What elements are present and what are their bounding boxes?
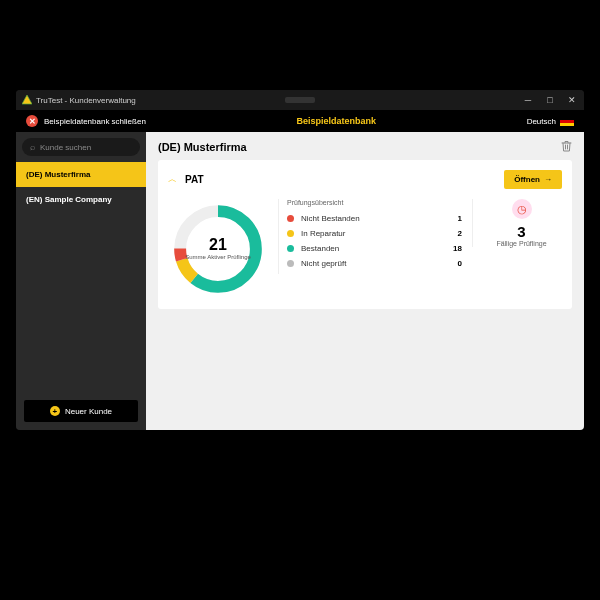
donut-total: 21 xyxy=(209,236,227,254)
page-title: (DE) Musterfirma xyxy=(158,141,247,153)
stat-label: In Reparatur xyxy=(301,229,448,238)
stat-value: 18 xyxy=(448,244,462,253)
main-content: (DE) Musterfirma ︿ PAT Öffnen → xyxy=(146,132,584,430)
stat-row-passed: Bestanden 18 xyxy=(287,244,462,253)
open-button-label: Öffnen xyxy=(514,175,540,184)
sidebar-item-musterfirma[interactable]: (DE) Musterfirma xyxy=(16,162,146,187)
search-placeholder: Kunde suchen xyxy=(40,143,91,152)
sidebar-spacer xyxy=(16,212,146,392)
due-panel: ◷ 3 Fällige Prüflinge xyxy=(472,199,562,247)
svg-marker-0 xyxy=(22,95,32,104)
pat-card: ︿ PAT Öffnen → xyxy=(158,160,572,309)
chevron-up-icon: ︿ xyxy=(168,173,177,186)
topbar: ✕ Beispieldatenbank schließen Beispielda… xyxy=(16,110,584,132)
stat-label: Nicht Bestanden xyxy=(301,214,448,223)
app-icon xyxy=(22,95,32,105)
donut-center: 21 Summe Aktiver Prüflinge xyxy=(168,199,268,299)
new-customer-button[interactable]: + Neuer Kunde xyxy=(24,400,138,422)
arrow-right-icon: → xyxy=(544,175,552,184)
search-icon: ⌕ xyxy=(30,142,35,152)
trash-icon xyxy=(561,140,572,152)
stat-value: 2 xyxy=(448,229,462,238)
stat-value: 0 xyxy=(448,259,462,268)
dot-icon xyxy=(287,245,294,252)
card-title-group[interactable]: ︿ PAT xyxy=(168,173,204,186)
donut-label: Summe Aktiver Prüflinge xyxy=(185,254,251,261)
sidebar-item-label: (DE) Musterfirma xyxy=(26,170,90,179)
donut-chart: 21 Summe Aktiver Prüflinge xyxy=(168,199,268,299)
card-body: 21 Summe Aktiver Prüflinge Prüfungsübers… xyxy=(168,199,562,299)
stat-row-untested: Nicht geprüft 0 xyxy=(287,259,462,268)
sidebar-item-sample-company[interactable]: (EN) Sample Company xyxy=(16,187,146,212)
dot-icon xyxy=(287,260,294,267)
card-title: PAT xyxy=(185,174,204,185)
titlebar-notch xyxy=(285,97,315,103)
language-label: Deutsch xyxy=(527,117,556,126)
minimize-button[interactable]: ─ xyxy=(522,95,534,105)
close-icon: ✕ xyxy=(26,115,38,127)
stat-value: 1 xyxy=(448,214,462,223)
close-database-button[interactable]: ✕ Beispieldatenbank schließen xyxy=(26,115,146,127)
stats-title: Prüfungsübersicht xyxy=(287,199,462,206)
stat-label: Nicht geprüft xyxy=(301,259,448,268)
stat-label: Bestanden xyxy=(301,244,448,253)
delete-button[interactable] xyxy=(561,140,572,154)
main-header: (DE) Musterfirma xyxy=(158,140,572,154)
database-title: Beispieldatenbank xyxy=(146,116,527,126)
app-body: ⌕ Kunde suchen (DE) Musterfirma (EN) Sam… xyxy=(16,132,584,430)
dot-icon xyxy=(287,230,294,237)
dot-icon xyxy=(287,215,294,222)
open-button[interactable]: Öffnen → xyxy=(504,170,562,189)
window-controls: ─ □ ✕ xyxy=(522,95,578,105)
sidebar: ⌕ Kunde suchen (DE) Musterfirma (EN) Sam… xyxy=(16,132,146,430)
clock-alert-icon: ◷ xyxy=(512,199,532,219)
sidebar-item-label: (EN) Sample Company xyxy=(26,195,112,204)
stat-row-repair: In Reparatur 2 xyxy=(287,229,462,238)
due-value: 3 xyxy=(517,223,525,240)
titlebar: TruTest - Kundenverwaltung ─ □ ✕ xyxy=(16,90,584,110)
stats-list: Prüfungsübersicht Nicht Bestanden 1 In R… xyxy=(278,199,462,274)
plus-icon: + xyxy=(50,406,60,416)
flag-germany-icon xyxy=(560,117,574,126)
window-title: TruTest - Kundenverwaltung xyxy=(36,96,522,105)
card-header: ︿ PAT Öffnen → xyxy=(168,170,562,189)
stat-row-failed: Nicht Bestanden 1 xyxy=(287,214,462,223)
maximize-button[interactable]: □ xyxy=(544,95,556,105)
app-window: TruTest - Kundenverwaltung ─ □ ✕ ✕ Beisp… xyxy=(16,90,584,430)
language-selector[interactable]: Deutsch xyxy=(527,117,574,126)
close-database-label: Beispieldatenbank schließen xyxy=(44,117,146,126)
new-customer-label: Neuer Kunde xyxy=(65,407,112,416)
due-label: Fällige Prüflinge xyxy=(496,240,546,247)
close-button[interactable]: ✕ xyxy=(566,95,578,105)
search-input[interactable]: ⌕ Kunde suchen xyxy=(22,138,140,156)
